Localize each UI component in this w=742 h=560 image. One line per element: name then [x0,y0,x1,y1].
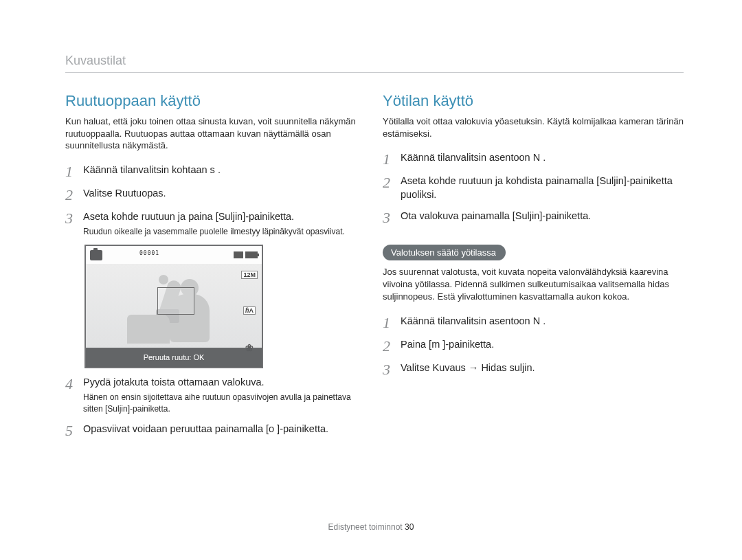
right-intro: Yötilalla voit ottaa valokuvia yöasetuks… [383,115,684,139]
step-number: 2 [383,339,401,354]
step-number: 3 [65,211,83,238]
step-number: 1 [65,164,83,179]
step-number: 2 [65,188,83,203]
page-section-header: Kuvaustilat [65,54,684,73]
resolution-label: 12M [241,271,258,279]
mode-icon [90,250,102,260]
exposure-subsection-pill: Valotuksen säätö yötilassa [383,245,506,260]
left-step-3-text: Aseta kohde ruutuun ja paina [Suljin]-pa… [83,211,294,222]
sdcard-icon [234,251,243,258]
footer-page-number: 30 [405,522,414,532]
footer-label: Edistyneet toiminnot [328,522,403,532]
right2-step-1: Käännä tilanvalitsin asentoon N . [401,314,546,331]
shot-counter: 00001 [139,250,159,256]
step-number: 1 [383,152,401,167]
step-number: 5 [65,423,83,438]
flash-auto-label: ⴌA [243,306,256,315]
battery-icon [245,251,258,258]
right-step-2: Aseta kohde ruutuun ja kohdista painamal… [401,174,684,202]
left-step-4-text: Pyydä jotakuta toista ottamaan valokuva. [83,377,265,388]
camera-screen-illustration: 00001 12M ⴌA [85,245,362,368]
step-number: 2 [383,175,401,202]
left-intro: Kun haluat, että joku toinen ottaa sinus… [65,115,362,152]
right-step-1: Käännä tilanvalitsin asentoon N . [401,150,546,167]
left-step-2: Valitse Ruutuopas. [83,186,166,203]
right2-step-3: Valitse Kuvaus → Hidas suljin. [401,361,535,377]
left-step-3-sub: Ruudun oikealle ja vasemmalle puolelle i… [83,226,345,238]
left-step-5: Opasviivat voidaan peruuttaa painamalla … [83,422,328,438]
right-title: Yötilan käyttö [383,92,684,110]
right-step-3: Ota valokuva painamalla [Suljin]-painike… [401,209,591,225]
left-column: Ruutuoppaan käyttö Kun haluat, että joku… [65,92,374,445]
left-title: Ruutuoppaan käyttö [65,92,362,110]
left-step-4-sub: Hänen on ensin sijoitettava aihe ruutuun… [83,392,362,415]
illustration-caption: Peruuta ruutu: OK [86,348,262,367]
left-step-1: Käännä tilanvalitsin kohtaan s . [83,163,221,179]
left-step-4: Pyydä jotakuta toista ottamaan valokuva.… [83,375,362,415]
right-column: Yötilan käyttö Yötilalla voit ottaa valo… [374,92,684,445]
left-step-3: Aseta kohde ruutuun ja paina [Suljin]-pa… [83,210,345,238]
step-number: 3 [383,210,401,225]
focus-rectangle [157,287,194,315]
right2-step-2: Paina [m ]-painiketta. [401,337,494,354]
step-number: 4 [65,377,83,415]
exposure-subsection-body: Jos suurennat valotusta, voit kuvata nop… [383,266,684,304]
page-footer: Edistyneet toiminnot 30 [0,522,742,532]
step-number: 3 [383,362,401,377]
step-number: 1 [383,315,401,331]
